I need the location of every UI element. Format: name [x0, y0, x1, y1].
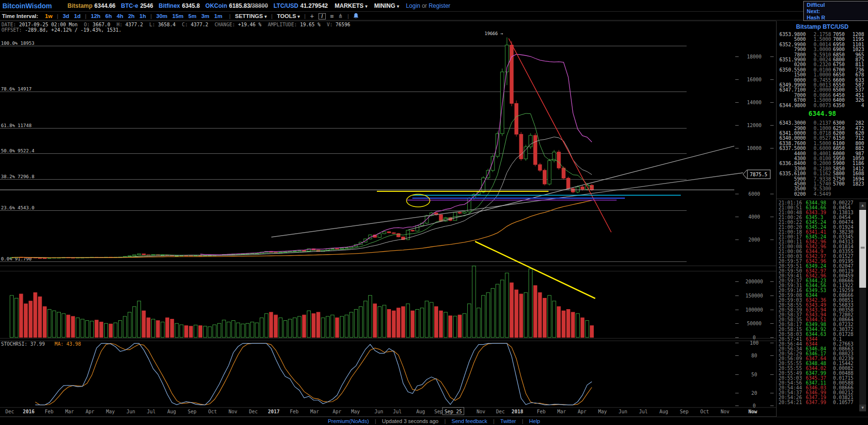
annotations: 19666 →	[485, 31, 504, 36]
last-price: 6344.98	[777, 108, 868, 119]
selected-date-label: Sep 25	[444, 409, 462, 414]
stochrsi-label: STOCHRSI: 37.99 MA: 43.98	[1, 341, 81, 347]
orderbook-row: 6337.50000.60006050882	[779, 146, 864, 151]
svg-text:14000: 14000	[747, 100, 762, 105]
svg-text:Oct: Oct	[700, 409, 709, 414]
svg-text:18000: 18000	[747, 54, 762, 59]
offset-info-line: OFFSET: -289.8d, +24.12% / -19.43%, 1531…	[1, 27, 356, 33]
svg-text:61.8% 11748: 61.8% 11748	[1, 123, 32, 128]
svg-text:Mar: Mar	[557, 409, 566, 414]
svg-text:Aug: Aug	[167, 409, 176, 414]
svg-text:Oct: Oct	[208, 409, 217, 414]
svg-text:Apr: Apr	[578, 409, 586, 414]
trade-history: 21:01:166344.980.0022721:00:516344.660.0…	[777, 199, 868, 405]
svg-text:6000: 6000	[748, 191, 760, 197]
svg-text:Jul: Jul	[147, 409, 156, 414]
svg-text:Sep: Sep	[188, 409, 196, 414]
svg-text:7875.5: 7875.5	[750, 172, 767, 177]
bitcoinwisdom-app: BitcoinWisdom Bitstamp6344.66 BTC-e2546 …	[0, 0, 868, 425]
time-axis: Dec2016FebMarAprMayJunJulAugSepOctNovDec…	[0, 407, 776, 417]
now-button[interactable]: Now	[748, 409, 758, 414]
svg-text:23.6% 4543.0: 23.6% 4543.0	[1, 205, 35, 210]
trades-scrollbar[interactable]: ▲ ▼	[859, 202, 866, 411]
trade-row: 20:54:216347.990.10577	[779, 400, 857, 405]
svg-text:0: 0	[753, 335, 756, 340]
orderbook-row: 6343.30000.21376300282	[779, 121, 864, 126]
svg-text:2000: 2000	[748, 237, 760, 242]
svg-text:Nov: Nov	[477, 409, 485, 414]
stoch-axis: 1008050200	[735, 340, 774, 408]
orderbook-bids: 6343.30000.2137630028229000.100062504726…	[779, 121, 864, 197]
scrollbar-thumb[interactable]	[859, 210, 866, 288]
orderbook-asks: 6353.98002.17587050120850001.50007000119…	[779, 32, 864, 108]
svg-text:Dec: Dec	[5, 409, 14, 414]
svg-text:50: 50	[751, 372, 757, 377]
orderbook-row: 02004.5449	[779, 192, 864, 197]
svg-text:Jul: Jul	[639, 409, 648, 414]
svg-text:Jun: Jun	[374, 409, 383, 414]
trendline-price-tag: 7875.5	[743, 170, 770, 179]
svg-text:Jul: Jul	[393, 409, 402, 414]
svg-text:50000: 50000	[747, 321, 762, 326]
svg-text:Nov: Nov	[229, 409, 237, 414]
svg-text:Mar: Mar	[310, 409, 319, 414]
svg-text:2018: 2018	[512, 409, 523, 414]
svg-text:100.0% 18953: 100.0% 18953	[1, 40, 35, 46]
twitter-link[interactable]: Twitter	[500, 418, 516, 424]
scroll-up-icon[interactable]: ▲	[859, 202, 866, 209]
svg-text:Apr: Apr	[86, 409, 94, 414]
svg-text:100: 100	[750, 340, 759, 346]
drawing-tools	[0, 38, 743, 298]
volume-axis: 200000150000100000500000	[735, 279, 774, 340]
svg-text:100000: 100000	[745, 307, 763, 313]
svg-text:50.0% 9522.4: 50.0% 9522.4	[1, 148, 35, 153]
ohlc-info: DATE: 2017-09-25 02:00 MonO: 3667.0H: 43…	[1, 22, 356, 33]
ohlc-info-line1: DATE: 2017-09-25 02:00 MonO: 3667.0H: 43…	[1, 22, 356, 27]
svg-text:Mar: Mar	[65, 409, 74, 414]
svg-text:Apr: Apr	[333, 409, 341, 414]
updated-status: Updated 3 seconds ago	[382, 418, 439, 424]
svg-text:Feb: Feb	[290, 409, 299, 414]
svg-text:Feb: Feb	[45, 409, 53, 414]
svg-text:4000: 4000	[748, 214, 760, 220]
volume-bars	[10, 266, 594, 337]
svg-text:Feb: Feb	[537, 409, 546, 414]
svg-text:2017: 2017	[268, 409, 280, 414]
svg-text:16000: 16000	[747, 77, 762, 82]
premium-link[interactable]: Premium(NoAds)	[328, 418, 369, 424]
svg-text:0: 0	[753, 403, 756, 408]
feedback-link[interactable]: Send feedback	[452, 418, 487, 424]
svg-text:2016: 2016	[23, 409, 35, 414]
orderbook-row: 6344.98000.007363504	[779, 103, 864, 108]
svg-text:Aug: Aug	[659, 409, 668, 414]
orderbook-title: Bitstamp BTC/USD	[777, 21, 868, 30]
candlestick-chart[interactable]: 100.0% 1895378.6% 1491761.8% 1174850.0% …	[0, 0, 776, 417]
svg-text:Dec: Dec	[496, 409, 505, 414]
help-link[interactable]: Help	[529, 418, 540, 424]
ma-lines	[12, 54, 592, 258]
svg-text:May: May	[106, 409, 115, 414]
svg-text:Nov: Nov	[721, 409, 729, 414]
svg-text:Sep: Sep	[434, 409, 443, 414]
svg-text:Sep: Sep	[680, 409, 689, 414]
svg-text:Jun: Jun	[619, 409, 627, 414]
price-axis: 1800016000140001200010000600040002000	[735, 54, 774, 242]
svg-text:78.6% 14917: 78.6% 14917	[1, 86, 32, 92]
svg-text:0.0% 91.790: 0.0% 91.790	[1, 256, 32, 261]
footer-bar: Premium(NoAds) | Updated 3 seconds ago |…	[0, 417, 868, 425]
svg-text:38.2% 7296.8: 38.2% 7296.8	[1, 174, 35, 179]
svg-text:150000: 150000	[745, 293, 763, 298]
svg-text:10000: 10000	[747, 146, 762, 151]
svg-text:Dec: Dec	[249, 409, 258, 414]
svg-text:20: 20	[751, 390, 757, 396]
svg-text:12000: 12000	[747, 123, 762, 128]
stochrsi-lines	[35, 343, 592, 405]
svg-text:200000: 200000	[745, 279, 763, 284]
difficulty-info-box: Difficul Next: Hash R	[803, 1, 868, 21]
svg-text:Aug: Aug	[416, 409, 425, 414]
svg-text:80: 80	[751, 353, 757, 358]
scroll-down-icon[interactable]: ▼	[859, 405, 866, 411]
peak-price-annotation: 19666 →	[485, 31, 504, 36]
market-depth-panel: Bitstamp BTC/USD 6353.98002.175870501208…	[776, 21, 868, 417]
fibonacci-levels: 100.0% 1895378.6% 1491761.8% 1174850.0% …	[0, 40, 687, 262]
